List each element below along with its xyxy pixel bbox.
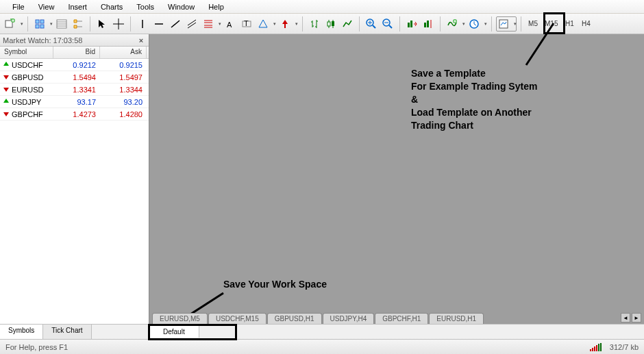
template-button[interactable]: ▾ — [496, 16, 517, 31]
ask-price: 1.5497 — [100, 73, 147, 81]
scroll-right-icon[interactable]: ► — [632, 313, 641, 323]
annotation-highlight-template — [543, 12, 565, 34]
menu-window[interactable]: Window — [161, 1, 201, 12]
column-header-bid[interactable]: Bid — [53, 47, 100, 58]
market-watch-header: Symbol Bid Ask — [0, 47, 149, 59]
market-watch-row[interactable]: USDCHF0.92120.9215 — [0, 59, 149, 71]
symbol-name: USDJPY — [12, 98, 41, 106]
bid-price: 1.5494 — [53, 73, 100, 81]
shapes-tool[interactable]: ▾ — [256, 16, 276, 31]
chart-tab[interactable]: GBPCHF,H1 — [375, 313, 428, 324]
market-watch-toggle[interactable] — [54, 16, 69, 31]
market-watch-panel: Market Watch: 17:03:58 × Symbol Bid Ask … — [0, 34, 149, 339]
annotation-workspace-text: Save Your Work Space — [223, 278, 327, 291]
menu-tools[interactable]: Tools — [129, 1, 161, 12]
bid-price: 1.4273 — [53, 110, 100, 118]
ask-price: 1.4280 — [100, 110, 147, 118]
menu-charts[interactable]: Charts — [94, 1, 129, 12]
vertical-line-tool[interactable] — [135, 16, 150, 31]
market-watch-row[interactable]: GBPUSD1.54941.5497 — [0, 71, 149, 84]
menu-view[interactable]: View — [32, 1, 62, 12]
ask-price: 1.3344 — [100, 86, 147, 94]
svg-rect-52 — [499, 20, 508, 28]
market-watch-row[interactable]: USDJPY93.1793.20 — [0, 96, 149, 108]
text-label-tool[interactable]: T — [239, 16, 254, 31]
ask-price: 0.9215 — [100, 61, 147, 69]
periodicity-button[interactable]: ▾ — [467, 16, 487, 31]
cursor-tool[interactable] — [95, 16, 110, 31]
auto-scroll-button[interactable] — [404, 16, 419, 31]
menu-file[interactable]: File — [5, 1, 32, 12]
column-header-symbol[interactable]: Symbol — [0, 47, 53, 58]
bid-price: 1.3341 — [53, 86, 100, 94]
svg-rect-4 — [36, 25, 39, 28]
annotation-template-text: Save a Template For Example Trading Syte… — [411, 67, 537, 131]
chart-tab[interactable]: USDCHF,M15 — [208, 313, 267, 324]
profiles-button[interactable]: ▾ — [32, 16, 53, 31]
symbol-name: USDCHF — [12, 61, 43, 69]
column-header-ask[interactable]: Ask — [100, 47, 147, 58]
svg-text:T: T — [244, 19, 249, 27]
svg-rect-45 — [424, 23, 426, 27]
market-watch-title-bar: Market Watch: 17:03:58 × — [0, 34, 149, 47]
channel-tool[interactable] — [184, 16, 199, 31]
main-area: Market Watch: 17:03:58 × Symbol Bid Ask … — [0, 34, 644, 339]
close-icon[interactable]: × — [136, 36, 146, 45]
symbol-name: GBPUSD — [12, 73, 43, 81]
toolbar: ▾ ▾ ▾ A T ▾ ▾ ▾ ▾ ▾ M5 M15 H1 H4 — [0, 14, 644, 34]
timeframe-h4[interactable]: H4 — [578, 16, 593, 31]
timeframe-m5[interactable]: M5 — [525, 16, 541, 31]
bid-price: 93.17 — [53, 98, 100, 106]
direction-icon — [3, 73, 10, 81]
direction-icon — [3, 86, 10, 94]
svg-line-37 — [373, 25, 375, 28]
tab-tick-chart[interactable]: Tick Chart — [43, 325, 91, 339]
horizontal-line-tool[interactable] — [151, 16, 166, 31]
menu-insert[interactable]: Insert — [61, 1, 94, 12]
zoom-out-button[interactable] — [380, 16, 395, 31]
trendline-tool[interactable] — [168, 16, 183, 31]
svg-rect-3 — [40, 20, 44, 23]
svg-line-17 — [188, 20, 196, 25]
fibonacci-tool[interactable]: ▾ — [201, 16, 221, 31]
chart-tab[interactable]: EURUSD,H1 — [429, 313, 484, 324]
svg-rect-44 — [410, 21, 412, 27]
svg-line-16 — [171, 21, 179, 27]
svg-rect-35 — [332, 21, 334, 26]
crosshair-tool[interactable] — [111, 16, 126, 31]
bid-price: 0.9212 — [53, 61, 100, 69]
connection-bars-icon[interactable] — [590, 343, 602, 351]
workspace-tabs: Default — [149, 324, 644, 339]
svg-line-41 — [389, 25, 392, 28]
chart-tab[interactable]: EURUSD,M5 — [152, 313, 208, 324]
candlestick-button[interactable] — [323, 16, 338, 31]
new-chart-button[interactable]: ▾ — [3, 16, 23, 31]
menu-help[interactable]: Help — [201, 1, 231, 12]
svg-rect-46 — [427, 21, 429, 27]
navigator-toggle[interactable] — [71, 16, 86, 31]
svg-rect-2 — [36, 20, 39, 23]
tab-symbols[interactable]: Symbols — [0, 325, 43, 339]
scroll-left-icon[interactable]: ◄ — [621, 313, 630, 323]
chart-shift-button[interactable] — [421, 16, 436, 31]
chart-tab[interactable]: USDJPY,H4 — [323, 313, 375, 324]
menu-bar: File View Insert Charts Tools Window Hel… — [0, 0, 644, 14]
indicators-button[interactable]: ▾ — [445, 16, 465, 31]
svg-rect-33 — [327, 22, 330, 26]
direction-icon — [3, 61, 10, 69]
line-chart-button[interactable] — [340, 16, 355, 31]
annotation-highlight-workspace — [148, 324, 237, 340]
market-watch-rows: USDCHF0.92120.9215GBPUSD1.54941.5497EURU… — [0, 59, 149, 121]
direction-icon — [3, 98, 10, 106]
market-watch-row[interactable]: GBPCHF1.42731.4280 — [0, 108, 149, 121]
chart-tab[interactable]: GBPUSD,H1 — [267, 313, 322, 324]
zoom-in-button[interactable] — [364, 16, 379, 31]
symbol-name: GBPCHF — [12, 110, 43, 118]
text-tool[interactable]: A — [223, 16, 238, 31]
market-watch-row[interactable]: EURUSD1.33411.3344 — [0, 84, 149, 96]
chart-tabs: EURUSD,M5 USDCHF,M15 GBPUSD,H1 USDJPY,H4… — [149, 310, 644, 324]
ask-price: 93.20 — [100, 98, 147, 106]
chart-workspace[interactable]: Save a Template For Example Trading Syte… — [149, 34, 644, 339]
arrows-tool[interactable]: ▾ — [277, 16, 298, 31]
bar-chart-button[interactable] — [307, 16, 322, 31]
